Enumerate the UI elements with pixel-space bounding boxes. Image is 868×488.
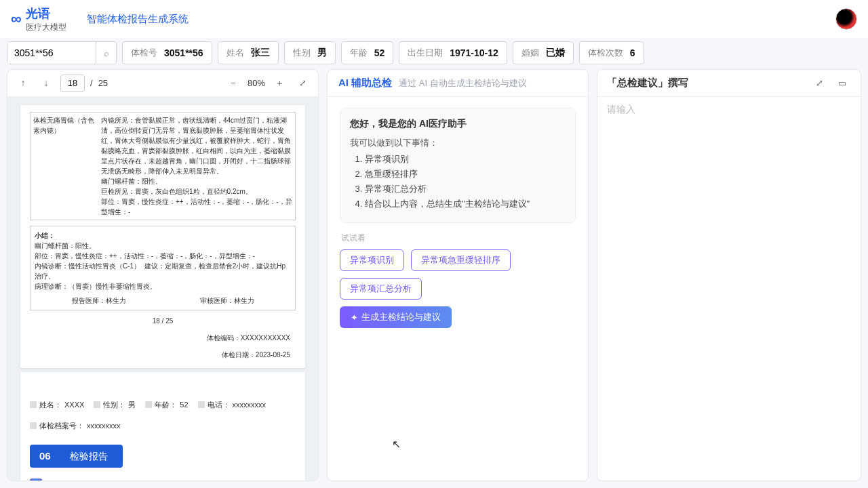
patient-id-pill: 体检号3051**56 xyxy=(122,41,212,64)
editor-expand-button[interactable]: ⤢ xyxy=(810,75,828,92)
zoom-level: 80% xyxy=(248,78,265,88)
page-separator: / xyxy=(90,78,93,88)
zoom-in-icon: ＋ xyxy=(275,77,284,89)
editor-title: 「总检建议」撰写 xyxy=(607,77,805,89)
suggestion-chip[interactable]: 异常项急重缓轻排序 xyxy=(411,249,511,271)
ai-capability-item: 结合以上内容，总结生成"主检结论与建议" xyxy=(365,198,566,210)
document-scroll[interactable]: 体检无痛胃镜（含色素内镜） 内镜所见：食管黏膜正常，齿状线清晰，44cm过贲门，… xyxy=(7,97,318,481)
ai-capability-item: 急重缓轻排序 xyxy=(365,168,566,180)
ai-capability-item: 异常项识别 xyxy=(365,153,566,165)
summary-body: 幽门螺杆菌：阳性。 部位：胃窦，慢性炎症：++，活动性：-，萎缩：-，肠化：-，… xyxy=(35,241,291,291)
patient-dob-pill: 出生日期1971-10-12 xyxy=(399,41,507,64)
zoom-out-icon: − xyxy=(231,78,236,88)
expand-icon: ⤢ xyxy=(299,78,307,88)
logo: ∞ 光语 医疗大模型 xyxy=(11,5,66,33)
editor-save-button[interactable]: ▭ xyxy=(833,75,851,92)
search-icon: ⌕ xyxy=(104,48,109,58)
sub-header: 临检 - 尿常规 xyxy=(30,479,296,481)
ai-capability-list: 异常项识别急重缓轻排序异常项汇总分析结合以上内容，总结生成"主检结论与建议" xyxy=(350,153,566,210)
expand-icon: ⤢ xyxy=(816,78,823,88)
zoom-in-button[interactable]: ＋ xyxy=(271,75,288,92)
sub-logo-icon xyxy=(30,479,42,481)
ai-assist-panel: AI 辅助总检 通过 AI 自动生成主检结论与建议 您好，我是您的 AI医疗助手… xyxy=(327,69,589,481)
logo-main: 光语 xyxy=(26,5,66,22)
page-number-input[interactable] xyxy=(60,75,85,92)
patient-name-pill: 姓名张三 xyxy=(218,41,279,64)
try-label: 试试看 xyxy=(341,232,576,244)
zoom-out-button[interactable]: − xyxy=(224,75,242,92)
avatar[interactable] xyxy=(835,8,857,30)
document-toolbar: ↑ ↓ / 25 − 80% ＋ ⤢ xyxy=(7,70,318,97)
search-button[interactable]: ⌕ xyxy=(96,42,116,64)
fullscreen-button[interactable]: ⤢ xyxy=(294,75,311,92)
page-down-button[interactable]: ↓ xyxy=(37,75,55,92)
search-input[interactable] xyxy=(7,42,96,64)
ai-intro: 我可以做到以下事情： xyxy=(350,137,566,149)
document-page-18: 体检无痛胃镜（含色素内镜） 内镜所见：食管黏膜正常，齿状线清晰，44cm过贲门，… xyxy=(20,105,305,368)
save-icon: ▭ xyxy=(838,78,846,88)
arrow-up-icon: ↑ xyxy=(21,78,26,88)
page-up-button[interactable]: ↑ xyxy=(14,75,32,92)
patient-marriage-pill: 婚姻已婚 xyxy=(513,41,574,64)
suggestion-chips: 异常项识别异常项急重缓轻排序异常项汇总分析 xyxy=(340,249,576,300)
logo-sub: 医疗大模型 xyxy=(26,22,66,33)
patient-age-pill: 年龄52 xyxy=(341,41,394,64)
search-wrap: ⌕ xyxy=(7,41,117,64)
patient-info-bar: ⌕ 体检号3051**56 姓名张三 性别男 年龄52 出生日期1971-10-… xyxy=(0,38,868,68)
arrow-down-icon: ↓ xyxy=(44,78,49,88)
suggestion-chip[interactable]: 异常项识别 xyxy=(340,249,404,271)
ai-title: AI 辅助总检 xyxy=(338,77,392,89)
patient-sex-pill: 性别男 xyxy=(284,41,336,64)
page-total: 25 xyxy=(98,78,108,88)
page-footer-number: 18 / 25 xyxy=(153,316,174,326)
ai-intro-card: 您好，我是您的 AI医疗助手 我可以做到以下事情： 异常项识别急重缓轻排序异常项… xyxy=(340,108,576,223)
app-header: ∞ 光语 医疗大模型 智能体检报告生成系统 xyxy=(0,0,868,38)
ai-capability-item: 异常项汇总分析 xyxy=(365,183,566,195)
ai-greeting: 您好，我是您的 AI医疗助手 xyxy=(350,118,566,130)
logo-icon: ∞ xyxy=(11,10,22,28)
endoscopy-left-title: 体检无痛胃镜（含色素内镜） xyxy=(33,115,94,217)
sparkle-icon: ✦ xyxy=(351,312,358,323)
endoscopy-description: 内镜所见：食管黏膜正常，齿状线清晰，44cm过贲门，粘液湖清，高位倒转贲门无异常… xyxy=(101,115,292,217)
generate-button[interactable]: ✦ 生成主检结论与建议 xyxy=(340,306,452,328)
patient-count-pill: 体检次数6 xyxy=(579,41,644,64)
suggestion-chip[interactable]: 异常项汇总分析 xyxy=(340,278,422,300)
editor-textarea[interactable] xyxy=(607,104,851,474)
page-title: 智能体检报告生成系统 xyxy=(87,13,189,26)
document-panel: ↑ ↓ / 25 − 80% ＋ ⤢ 体检无痛胃镜（含色素内镜） 内镜所见：食管… xyxy=(7,69,319,481)
editor-panel: 「总检建议」撰写 ⤢ ▭ xyxy=(597,69,861,481)
ai-subtitle: 通过 AI 自动生成主检结论与建议 xyxy=(399,77,527,89)
section-chip: 06 检验报告 xyxy=(30,445,123,468)
document-page-19: 姓名：XXXX 性别：男 年龄：52 电话：xxxxxxxxx 体检档案号：xx… xyxy=(20,372,305,481)
summary-title: 小结： xyxy=(35,230,291,241)
